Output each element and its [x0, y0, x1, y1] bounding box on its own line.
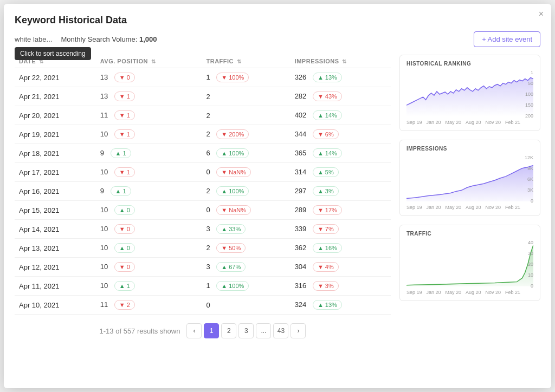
main-content: DATE ⇅ AVG. Position ⇅ TRAFFIC ⇅ IMPRESS… — [15, 55, 540, 338]
table-row: Apr 18, 20219 ▲ 1 6 ▲ 100% 365 ▲ 14% — [15, 144, 391, 163]
cell-traffic: 6 ▲ 100% — [202, 144, 291, 163]
table-row: Apr 19, 202110 ▼ 1 2 ▼ 200% 344 ▼ 6% — [15, 125, 391, 144]
ranking-svg — [406, 70, 533, 119]
position-badge: ▲ 1 — [114, 281, 135, 291]
traffic-badge: ▲ 33% — [216, 224, 246, 234]
position-badge: ▼ 0 — [114, 73, 135, 82]
cell-traffic: 2 ▼ 50% — [202, 239, 291, 258]
page-3-button[interactable]: 3 — [238, 323, 254, 338]
cell-traffic: 3 ▲ 67% — [202, 258, 291, 277]
cell-traffic: 0 — [202, 296, 291, 315]
cell-impressions: 324 ▲ 13% — [291, 296, 391, 315]
table-row: Apr 12, 202110 ▼ 0 3 ▲ 67% 304 ▼ 4% — [15, 258, 391, 277]
page-dots-button[interactable]: ... — [256, 323, 271, 338]
impression-badge: ▲ 13% — [313, 73, 342, 82]
sort-icon-position: ⇅ — [151, 58, 156, 64]
impressions-svg — [406, 155, 533, 204]
col-impressions[interactable]: IMPRESSIONS ⇅ — [291, 55, 391, 68]
sort-tooltip: Click to sort ascending — [15, 47, 91, 60]
cell-date: Apr 19, 2021 — [15, 125, 96, 144]
ranking-y-labels: 1 50 100 150 200 — [525, 70, 533, 119]
cell-impressions: 282 ▼ 43% — [291, 87, 391, 106]
cell-position: 11 ▼ 2 — [96, 296, 202, 315]
traffic-y-labels: 40 30 20 10 0 — [528, 240, 533, 289]
traffic-badge: ▲ 100% — [216, 186, 249, 196]
impressions-y-labels: 12K 9K 6K 3K 0 — [525, 155, 533, 204]
cell-position: 11 ▼ 1 — [96, 106, 202, 125]
impression-badge: ▲ 13% — [313, 300, 342, 310]
position-badge: ▼ 1 — [114, 92, 135, 101]
impression-badge: ▼ 3% — [313, 281, 339, 291]
cell-position: 10 ▲ 0 — [96, 201, 202, 220]
table-row: Apr 15, 202110 ▲ 0 0 ▼ NaN% 289 ▼ 17% — [15, 201, 391, 220]
table-row: Apr 20, 202111 ▼ 1 2402 ▲ 14% — [15, 106, 391, 125]
traffic-chart-title: TRAFFIC — [406, 231, 533, 237]
col-position[interactable]: AVG. Position ⇅ — [96, 55, 202, 68]
cell-date: Apr 17, 2021 — [15, 163, 96, 182]
cell-traffic: 2 — [202, 87, 291, 106]
impressions-x-labels: Sep 19 Jan 20 May 20 Aug 20 Nov 20 Feb 2… — [406, 205, 533, 210]
monthly-search: Monthly Search Volume: 1,000 — [61, 35, 157, 43]
traffic-badge: ▲ 100% — [216, 281, 249, 291]
sidebar: HISTORICAL RANKING — [399, 55, 540, 338]
impression-badge: ▼ 4% — [313, 262, 339, 272]
data-table: DATE ⇅ AVG. Position ⇅ TRAFFIC ⇅ IMPRESS… — [15, 55, 391, 315]
impressions-chart: 12K 9K 6K 3K 0 — [406, 155, 533, 204]
table-row: Apr 16, 20219 ▲ 1 2 ▲ 100% 297 ▲ 3% — [15, 182, 391, 201]
position-badge: ▼ 1 — [114, 129, 135, 139]
traffic-chart-card: TRAFFIC 40 30 — [399, 225, 540, 301]
sort-icon-traffic: ⇅ — [237, 58, 242, 64]
cell-impressions: 362 ▲ 16% — [291, 239, 391, 258]
cell-traffic: 2 ▲ 100% — [202, 182, 291, 201]
position-badge: ▼ 0 — [114, 262, 135, 272]
traffic-badge: ▼ 200% — [216, 129, 249, 139]
table-row: Apr 11, 202110 ▲ 1 1 ▲ 100% 316 ▼ 3% — [15, 277, 391, 296]
cell-impressions: 402 ▲ 14% — [291, 106, 391, 125]
position-badge: ▼ 1 — [114, 110, 135, 120]
cell-date: Apr 20, 2021 — [15, 106, 96, 125]
cell-impressions: 326 ▲ 13% — [291, 68, 391, 87]
close-button[interactable]: × — [539, 9, 544, 19]
traffic-badge: ▼ 50% — [216, 243, 246, 253]
cell-date: Apr 18, 2021 — [15, 144, 96, 163]
page-2-button[interactable]: 2 — [221, 323, 236, 338]
page-1-button[interactable]: 1 — [204, 323, 219, 338]
cell-impressions: 316 ▼ 3% — [291, 277, 391, 296]
cell-impressions: 365 ▲ 14% — [291, 144, 391, 163]
page-43-button[interactable]: 43 — [273, 323, 288, 338]
traffic-badge: ▼ NaN% — [216, 167, 251, 177]
traffic-badge: ▼ 100% — [216, 73, 249, 82]
cell-date: Apr 15, 2021 — [15, 201, 96, 220]
ranking-chart-card: HISTORICAL RANKING — [399, 55, 540, 131]
table-row: Apr 14, 202110 ▼ 0 3 ▲ 33% 339 ▼ 7% — [15, 220, 391, 239]
cell-impressions: 304 ▼ 4% — [291, 258, 391, 277]
sort-icon-impressions: ⇅ — [342, 58, 347, 64]
cell-date: Apr 14, 2021 — [15, 220, 96, 239]
add-event-button[interactable]: + Add site event — [474, 31, 540, 47]
cell-position: 10 ▼ 1 — [96, 125, 202, 144]
position-badge: ▲ 0 — [114, 243, 135, 253]
cell-position: 10 ▼ 0 — [96, 220, 202, 239]
traffic-chart: 40 30 20 10 0 — [406, 240, 533, 289]
cell-date: Apr 12, 2021 — [15, 258, 96, 277]
table-row: Apr 17, 202110 ▼ 1 0 ▼ NaN% 314 ▲ 5% — [15, 163, 391, 182]
cell-date: Apr 11, 2021 — [15, 277, 96, 296]
cell-traffic: 1 ▼ 100% — [202, 68, 291, 87]
col-traffic[interactable]: TRAFFIC ⇅ — [202, 55, 291, 68]
impression-badge: ▼ 7% — [313, 224, 339, 234]
modal-title: Keyword Historical Data — [15, 15, 540, 26]
ranking-chart-title: HISTORICAL RANKING — [406, 61, 533, 67]
cell-impressions: 344 ▼ 6% — [291, 125, 391, 144]
keyword-label: white labe... Click to sort ascending — [15, 35, 52, 43]
traffic-badge: ▼ NaN% — [216, 205, 251, 215]
impression-badge: ▼ 43% — [313, 92, 342, 101]
impression-badge: ▲ 14% — [313, 110, 342, 120]
ranking-x-labels: Sep 19 Jan 20 May 20 Aug 20 Nov 20 Feb 2… — [406, 120, 533, 125]
page-next-button[interactable]: › — [291, 323, 306, 338]
cell-position: 10 ▲ 0 — [96, 239, 202, 258]
cell-date: Apr 13, 2021 — [15, 239, 96, 258]
page-prev-button[interactable]: ‹ — [186, 323, 202, 338]
traffic-badge: ▲ 100% — [216, 148, 249, 158]
table-section: DATE ⇅ AVG. Position ⇅ TRAFFIC ⇅ IMPRESS… — [15, 55, 391, 338]
table-row: Apr 21, 202113 ▼ 1 2282 ▼ 43% — [15, 87, 391, 106]
